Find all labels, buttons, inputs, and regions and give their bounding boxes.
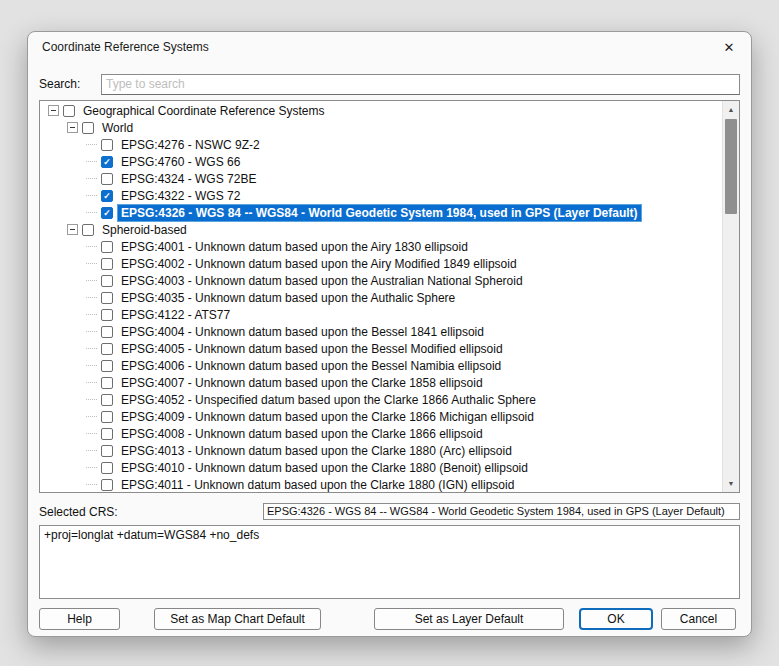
tree-connector (86, 212, 97, 213)
tree-item[interactable]: EPSG:4005 - Unknown datum based upon the… (40, 340, 722, 357)
tree-item[interactable]: EPSG:4007 - Unknown datum based upon the… (40, 374, 722, 391)
set-map-chart-default-button[interactable]: Set as Map Chart Default (154, 608, 321, 630)
tree-checkbox[interactable] (101, 394, 113, 406)
tree-checkbox[interactable] (101, 462, 113, 474)
tree-item-label: EPSG:4760 - WGS 66 (118, 154, 243, 170)
tree-connector (86, 450, 97, 451)
tree-item-label: EPSG:4035 - Unknown datum based upon the… (118, 290, 458, 306)
tree-connector (86, 348, 97, 349)
tree-connector (86, 297, 97, 298)
tree-checkbox[interactable] (101, 173, 113, 185)
tree-item[interactable]: Geographical Coordinate Reference System… (40, 102, 722, 119)
scrollbar-up-icon[interactable]: ▲ (723, 101, 739, 118)
tree-checkbox[interactable] (101, 275, 113, 287)
tree-item-label: EPSG:4003 - Unknown datum based upon the… (118, 273, 526, 289)
tree-item[interactable]: EPSG:4326 - WGS 84 -- WGS84 - World Geod… (40, 204, 722, 221)
tree-checkbox[interactable] (101, 207, 113, 219)
tree-item-label: EPSG:4326 - WGS 84 -- WGS84 - World Geod… (118, 205, 641, 221)
tree-item[interactable]: EPSG:4324 - WGS 72BE (40, 170, 722, 187)
tree-checkbox[interactable] (101, 479, 113, 491)
tree-item-label: EPSG:4008 - Unknown datum based upon the… (118, 426, 486, 442)
selected-crs-label: Selected CRS: (39, 505, 263, 519)
selected-crs-row: Selected CRS: EPSG:4326 - WGS 84 -- WGS8… (39, 503, 740, 520)
tree-connector (86, 161, 97, 162)
tree-item-label: EPSG:4011 - Unknown datum based upon the… (118, 477, 517, 493)
tree-item[interactable]: EPSG:4010 - Unknown datum based upon the… (40, 459, 722, 476)
tree-item-label: EPSG:4013 - Unknown datum based upon the… (118, 443, 515, 459)
cancel-button[interactable]: Cancel (661, 608, 736, 630)
tree-item[interactable]: EPSG:4006 - Unknown datum based upon the… (40, 357, 722, 374)
tree-connector (86, 195, 97, 196)
search-input[interactable] (101, 74, 740, 95)
tree-checkbox[interactable] (101, 309, 113, 321)
tree-checkbox[interactable] (101, 139, 113, 151)
tree-checkbox[interactable] (101, 190, 113, 202)
dialog-title: Coordinate Reference Systems (42, 40, 209, 54)
tree-checkbox[interactable] (101, 445, 113, 457)
tree-connector (86, 246, 97, 247)
search-row: Search: (39, 73, 740, 95)
tree-item[interactable]: EPSG:4008 - Unknown datum based upon the… (40, 425, 722, 442)
tree-connector (86, 263, 97, 264)
set-layer-default-button[interactable]: Set as Layer Default (374, 608, 564, 630)
proj-definition-field[interactable]: +proj=longlat +datum=WGS84 +no_defs (39, 525, 740, 599)
tree-item-label: Geographical Coordinate Reference System… (80, 103, 327, 119)
tree-checkbox[interactable] (101, 241, 113, 253)
tree-connector (86, 484, 97, 485)
tree-scrollbar[interactable]: ▲ ▼ (722, 101, 739, 492)
tree-checkbox[interactable] (82, 224, 94, 236)
scrollbar-thumb[interactable] (725, 119, 737, 214)
tree-item-label: EPSG:4010 - Unknown datum based upon the… (118, 460, 531, 476)
tree-expander-icon[interactable] (67, 122, 78, 133)
tree-item-label: Spheroid-based (99, 222, 190, 238)
tree-item-label: World (99, 120, 136, 136)
close-button[interactable]: ✕ (707, 32, 751, 62)
tree-item[interactable]: World (40, 119, 722, 136)
tree-connector (86, 416, 97, 417)
tree-connector (86, 365, 97, 366)
tree-item[interactable]: EPSG:4004 - Unknown datum based upon the… (40, 323, 722, 340)
tree-checkbox[interactable] (63, 105, 75, 117)
tree-item-label: EPSG:4009 - Unknown datum based upon the… (118, 409, 537, 425)
tree-item-label: EPSG:4007 - Unknown datum based upon the… (118, 375, 486, 391)
tree-checkbox[interactable] (101, 292, 113, 304)
tree-checkbox[interactable] (101, 258, 113, 270)
tree-connector (86, 178, 97, 179)
tree-checkbox[interactable] (101, 326, 113, 338)
tree-expander-icon[interactable] (48, 105, 59, 116)
search-label: Search: (39, 77, 101, 91)
tree-expander-icon[interactable] (67, 224, 78, 235)
tree-item[interactable]: EPSG:4001 - Unknown datum based upon the… (40, 238, 722, 255)
tree-item-label: EPSG:4006 - Unknown datum based upon the… (118, 358, 504, 374)
tree-item-label: EPSG:4276 - NSWC 9Z-2 (118, 137, 263, 153)
tree-checkbox[interactable] (101, 428, 113, 440)
tree-item[interactable]: EPSG:4003 - Unknown datum based upon the… (40, 272, 722, 289)
tree-connector (86, 399, 97, 400)
tree-item[interactable]: EPSG:4760 - WGS 66 (40, 153, 722, 170)
tree-item[interactable]: EPSG:4013 - Unknown datum based upon the… (40, 442, 722, 459)
tree-item[interactable]: EPSG:4035 - Unknown datum based upon the… (40, 289, 722, 306)
tree-item-label: EPSG:4052 - Unspecified datum based upon… (118, 392, 539, 408)
help-button[interactable]: Help (39, 608, 120, 630)
tree-checkbox[interactable] (101, 377, 113, 389)
tree-item[interactable]: EPSG:4009 - Unknown datum based upon the… (40, 408, 722, 425)
tree-item-label: EPSG:4002 - Unknown datum based upon the… (118, 256, 520, 272)
tree-checkbox[interactable] (82, 122, 94, 134)
ok-button[interactable]: OK (579, 608, 653, 630)
tree-item[interactable]: EPSG:4011 - Unknown datum based upon the… (40, 476, 722, 492)
scrollbar-down-icon[interactable]: ▼ (723, 475, 739, 492)
tree-checkbox[interactable] (101, 411, 113, 423)
tree-item[interactable]: EPSG:4002 - Unknown datum based upon the… (40, 255, 722, 272)
tree-checkbox[interactable] (101, 360, 113, 372)
tree-item[interactable]: EPSG:4122 - ATS77 (40, 306, 722, 323)
tree-item[interactable]: Spheroid-based (40, 221, 722, 238)
tree-checkbox[interactable] (101, 343, 113, 355)
titlebar: Coordinate Reference Systems ✕ (28, 32, 751, 62)
tree-item[interactable]: EPSG:4276 - NSWC 9Z-2 (40, 136, 722, 153)
tree-checkbox[interactable] (101, 156, 113, 168)
tree-connector (86, 331, 97, 332)
tree-connector (86, 314, 97, 315)
button-row: Help Set as Map Chart Default Set as Lay… (39, 608, 740, 630)
tree-item[interactable]: EPSG:4052 - Unspecified datum based upon… (40, 391, 722, 408)
tree-item[interactable]: EPSG:4322 - WGS 72 (40, 187, 722, 204)
